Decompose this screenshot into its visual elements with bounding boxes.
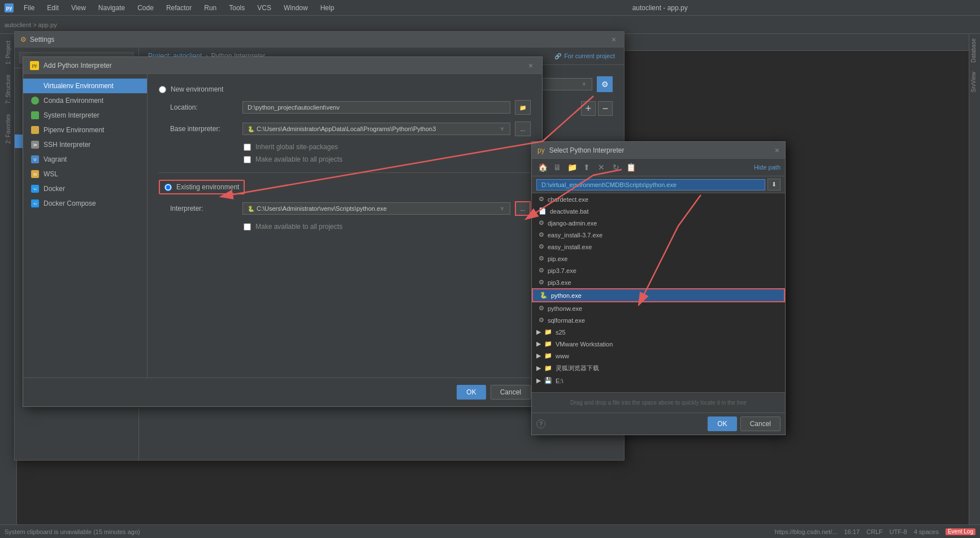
interp-path-icon: 🐍 [248,206,254,212]
nav-vagrant[interactable]: V Vagrant [23,152,147,167]
hide-path-link[interactable]: Hide path [754,164,780,171]
file-easy-install[interactable]: ⚙ easy_install.exe [532,241,785,253]
add-interp-close-btn[interactable]: × [526,61,535,70]
menu-help[interactable]: Help [318,3,337,13]
conda-icon [31,97,39,105]
menu-vcs[interactable]: VCS [255,3,274,13]
menu-file[interactable]: File [21,3,37,13]
folder-browser[interactable]: ▶ 📁 灵狐浏览器下载 [532,362,785,375]
file-chardetect[interactable]: ⚙ chardetect.exe [532,193,785,205]
for-current-project-link[interactable]: 🔗 For current project [554,53,615,59]
wsl-icon: W [31,170,39,178]
menu-view[interactable]: View [69,3,88,13]
select-interp-close-btn[interactable]: × [775,146,779,155]
file-pip37[interactable]: ⚙ pip3.7.exe [532,264,785,276]
folder-s25[interactable]: ▶ 📁 s25 [532,326,785,338]
interpreter-path-row: Interpreter: 🐍 C:\Users\Administrator\ve… [170,201,531,216]
menu-navigate[interactable]: Navigate [96,3,127,13]
file-pip3[interactable]: ⚙ pip3.exe [532,276,785,288]
base-interp-browse-btn[interactable]: ... [515,122,531,136]
menu-code[interactable]: Code [135,3,156,13]
menu-run[interactable]: Run [202,3,219,13]
help-btn[interactable]: ? [536,419,545,428]
select-interpreter-dialog: py Select Python Interpreter × 🏠 🖥 📁 ⬆ ✕… [531,141,786,435]
folder-btn[interactable]: 📁 [566,161,578,173]
nav-wsl[interactable]: W WSL [23,167,147,181]
ide-background: py File Edit View Navigate Code Refactor… [0,0,980,538]
select-interp-cancel-btn[interactable]: Cancel [740,416,780,431]
existing-env-section: Existing environment Interpreter: 🐍 C:\U… [159,180,531,231]
nav-docker-compose[interactable]: 🐳 Docker Compose [23,196,147,211]
close-path-btn[interactable]: ✕ [595,161,608,173]
file-pythonw[interactable]: ⚙ pythonw.exe [532,302,785,314]
exe-icon-8: ⚙ [539,305,544,312]
nav-conda[interactable]: Conda Environment [23,93,147,108]
make-available-new-checkbox[interactable] [244,156,251,163]
refresh-btn[interactable]: ↻ [610,161,622,173]
nav-system[interactable]: System Interpreter [23,108,147,123]
copy-btn[interactable]: 📋 [625,161,637,173]
drag-drop-hint: Drag and drop a file into the space abov… [536,397,780,408]
inherit-checkbox[interactable] [244,144,251,151]
desktop-btn[interactable]: 🖥 [551,161,563,173]
file-pip[interactable]: ⚙ pip.exe [532,253,785,264]
settings-titlebar: ⚙ Settings × [15,32,624,47]
file-sqlformat[interactable]: ⚙ sqlformat.exe [532,314,785,326]
sidebar-database[interactable]: Database [969,34,978,67]
breadcrumb-path: autoclient > app.py [5,21,57,28]
folder-vmware[interactable]: ▶ 📁 VMware Workstation [532,338,785,350]
up-btn[interactable]: ⬆ [580,161,593,173]
sidebar-srv[interactable]: SrvView [969,67,978,97]
new-env-radio[interactable] [159,86,166,93]
window-title: autoclient - app.py [632,4,688,12]
exe-icon: ⚙ [539,196,544,203]
interpreter-browse-btn[interactable]: ... [515,201,531,216]
sidebar-structure[interactable]: 7: Structure [4,70,12,109]
exe-icon-4: ⚙ [539,243,544,250]
menu-edit[interactable]: Edit [45,3,61,13]
menu-refactor[interactable]: Refactor [164,3,194,13]
make-available-existing-checkbox[interactable] [244,223,251,231]
menu-window[interactable]: Window [281,3,310,13]
sidebar-project[interactable]: 1: Project [4,36,12,69]
menu-tools[interactable]: Tools [227,3,247,13]
nav-virtualenv[interactable]: Virtualenv Environment [23,79,147,93]
dropdown-arrow: ▼ [581,81,587,88]
path-download-btn[interactable]: ⬇ [767,179,780,190]
interpreter-label: Interpreter: [170,205,238,212]
file-python-exe[interactable]: 🐍 python.exe [532,288,785,302]
exe-icon-6: ⚙ [539,267,544,274]
settings-icon: ⚙ [20,36,27,44]
base-interp-dropdown[interactable]: 🐍 C:\Users\Administrator\AppData\Local\P… [242,123,510,135]
add-btn[interactable]: + [581,101,596,116]
folder-e[interactable]: ▶ 💾 E:\ [532,375,785,387]
home-btn[interactable]: 🏠 [536,161,549,173]
folder-www[interactable]: ▶ 📁 www [532,350,785,362]
event-log-badge[interactable]: Event Log [946,528,975,535]
nav-pipenv[interactable]: Pipenv Environment [23,123,147,137]
add-interp-ok-btn[interactable]: OK [457,385,485,400]
settings-close-btn[interactable]: × [609,35,618,44]
base-interp-label: Base interpreter: [170,125,238,133]
menu-bar: py File Edit View Navigate Code Refactor… [0,0,980,16]
add-interp-footer: OK Cancel [23,378,542,406]
interpreter-path-dropdown[interactable]: 🐍 C:\Users\Administrator\venv\Scripts\py… [242,202,510,215]
add-interp-cancel-btn[interactable]: Cancel [491,385,531,400]
sidebar-favorites[interactable]: 2: Favorites [4,110,12,148]
location-browse-btn[interactable]: 📁 [515,100,531,115]
interpreter-settings-btn[interactable]: ⚙ [597,76,613,92]
file-deactivate[interactable]: 📄 deactivate.bat [532,205,785,217]
path-input[interactable] [536,179,765,190]
location-row: Location: 📁 [170,100,531,115]
file-list: ⚙ chardetect.exe 📄 deactivate.bat ⚙ djan… [532,193,785,392]
location-input[interactable] [242,101,510,114]
select-interp-icon: py [537,146,545,154]
remove-btn[interactable]: − [598,101,613,116]
file-django-admin[interactable]: ⚙ django-admin.exe [532,217,785,229]
nav-ssh[interactable]: ≫ SSH Interpreter [23,137,147,152]
nav-docker[interactable]: 🐳 Docker [23,181,147,196]
file-easy-install-37[interactable]: ⚙ easy_install-3.7.exe [532,229,785,241]
existing-env-radio[interactable] [164,184,172,191]
add-interpreter-dialog: py Add Python Interpreter × Virtualenv E… [23,57,543,407]
select-interp-ok-btn[interactable]: OK [708,416,736,431]
